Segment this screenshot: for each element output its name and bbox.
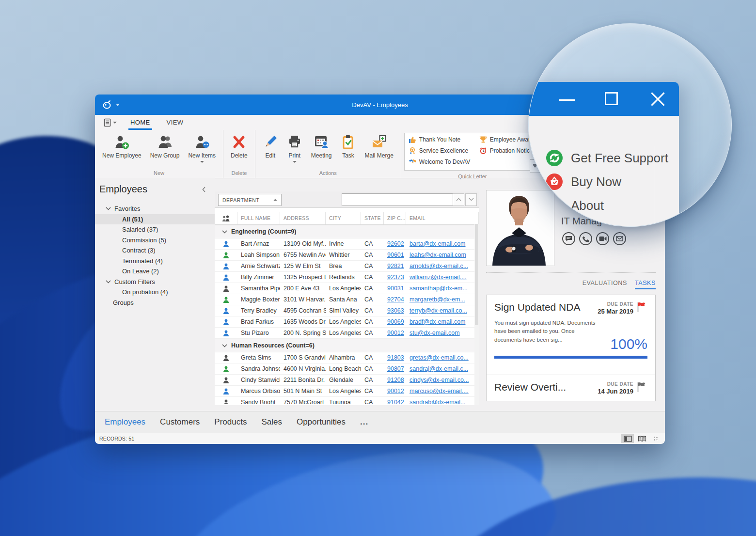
ribbon-button-task[interactable]: Task (336, 132, 360, 159)
scrollbar-thumb[interactable] (475, 224, 478, 325)
email-cell[interactable]: sandraj@dx-email.c... (410, 365, 468, 372)
email-cell[interactable]: arnolds@dx-email.c... (410, 263, 468, 269)
sidebar-item-on-leave-2[interactable]: On Leave (2) (95, 266, 215, 277)
table-row[interactable]: Samantha Piper200 E Ave 43Los AngelesCA9… (215, 283, 479, 294)
quick-letter-employee-award[interactable]: Employee Award (479, 136, 530, 143)
minimize-button[interactable] (559, 99, 575, 101)
sidebar-item-all-51[interactable]: All (51) (95, 214, 215, 225)
zip-cell[interactable]: 91042 (387, 399, 404, 404)
group-by-department-button[interactable]: DEPARTMENT (218, 194, 282, 206)
table-row[interactable]: Brad Farkus1635 Woods Dr...Los AngelesCA… (215, 316, 479, 328)
column-header-email[interactable]: EMAIL (406, 212, 479, 224)
table-row[interactable]: Leah Simpson6755 Newlin AveWhittierCA906… (215, 250, 479, 261)
sidebar-item-on-probation-4[interactable]: On probation (4) (95, 287, 215, 298)
zip-cell[interactable]: 92821 (387, 263, 404, 269)
zip-cell[interactable]: 90031 (387, 285, 404, 292)
group-row-engineering-count-9[interactable]: Engineering (Count=9) (215, 225, 479, 238)
zip-cell[interactable]: 91208 (387, 377, 404, 383)
ribbon-button-mail-merge[interactable]: Mail Merge (360, 132, 397, 159)
sidebar-item-terminated-4[interactable]: Terminated (4) (95, 256, 215, 267)
email-cell[interactable]: gretas@dx-email.co... (410, 354, 469, 361)
table-row[interactable]: Cindy Stanwick2211 Bonita Dr.GlendaleCA9… (215, 375, 479, 386)
table-row[interactable]: Sandra Johnson4600 N Virginia...Long Bea… (215, 363, 479, 375)
zip-cell[interactable]: 92373 (387, 274, 404, 281)
module-nav-customers[interactable]: Customers (160, 417, 200, 427)
table-row[interactable]: Stu Pizaro200 N. Spring StLos AngelesCA9… (215, 328, 479, 339)
quick-letter-probation-notice[interactable]: Probation Notice (479, 147, 530, 155)
magnified-menu-item-buy-now[interactable]: Buy Now (546, 173, 621, 190)
search-previous-button[interactable] (453, 193, 464, 206)
sidebar-item-favorites[interactable]: Favorites (95, 204, 215, 214)
table-row[interactable]: Maggie Boxter3101 W Harvar...Santa AnaCA… (215, 294, 479, 305)
group-row-human-resources-count-6[interactable]: Human Resources (Count=6) (215, 339, 479, 352)
task-card-sign-updated-nda[interactable]: Sign Updated NDADUE DATE25 Mar 2019You m… (487, 295, 655, 369)
sidebar-item-salaried-37[interactable]: Salaried (37) (95, 224, 215, 235)
email-cell[interactable]: bradf@dx-email.com (410, 318, 466, 325)
column-header-zip-c[interactable]: ZIP C... (384, 212, 406, 224)
tab-evaluations[interactable]: EVALUATIONS (583, 280, 627, 289)
column-header-state[interactable]: STATE (361, 212, 384, 224)
contact-chat-button[interactable] (562, 232, 575, 245)
ribbon-button-new-employee[interactable]: New Employee (98, 132, 146, 159)
quick-letter-welcome-to-devav[interactable]: Welcome To DevAV (409, 158, 479, 166)
module-nav-employees[interactable]: Employees (105, 417, 145, 427)
zip-cell[interactable]: 92602 (387, 240, 404, 247)
table-row[interactable]: Terry Bradley4595 Cochran StSimi ValleyC… (215, 305, 479, 316)
maximize-button[interactable] (605, 92, 618, 105)
module-nav-products[interactable]: Products (214, 417, 247, 427)
tab-tasks[interactable]: TASKS (635, 280, 656, 289)
zip-cell[interactable]: 92704 (387, 296, 404, 303)
contact-video-button[interactable] (596, 232, 609, 245)
zip-cell[interactable]: 90601 (387, 252, 404, 258)
ribbon-button-print[interactable]: Print (283, 132, 307, 163)
email-cell[interactable]: cindys@dx-email.co... (410, 377, 469, 383)
column-header-full-name[interactable]: FULL NAME (237, 212, 280, 224)
email-cell[interactable]: barta@dx-email.com (410, 240, 466, 247)
email-cell[interactable]: sandrab@dx-email... (410, 399, 466, 404)
ribbon-tab-view[interactable]: VIEW (167, 115, 184, 130)
quick-letter-service-excellence[interactable]: Service Excellence (409, 147, 479, 155)
app-menu-button[interactable] (104, 118, 117, 127)
column-header-rowicon[interactable] (215, 212, 237, 224)
sidebar-item-commission-5[interactable]: Commission (5) (95, 235, 215, 246)
table-row[interactable]: Greta Sims1700 S Grandvi...AlhambraCA918… (215, 352, 479, 363)
table-row[interactable]: Billy Zimmer1325 Prospect DrRedlandsCA92… (215, 272, 479, 283)
ribbon-button-new-items[interactable]: New Items (184, 132, 220, 163)
contact-mail-button[interactable] (613, 232, 626, 245)
email-cell[interactable]: williamz@dx-email.... (410, 274, 467, 281)
table-row[interactable]: Marcus Orbison501 N Main StLos AngelesCA… (215, 386, 479, 397)
search-input[interactable] (342, 193, 454, 206)
ribbon-button-delete[interactable]: Delete (226, 132, 252, 159)
task-card-review-overti[interactable]: Review Overti...DUE DATE14 Jun 2019Brett… (487, 375, 655, 401)
ribbon-tab-home[interactable]: HOME (130, 115, 150, 130)
module-nav-sales[interactable]: Sales (261, 417, 282, 427)
search-next-button[interactable] (465, 193, 477, 206)
magnified-menu-item-get-free-support[interactable]: Get Free Support (546, 149, 668, 167)
ribbon-button-new-group[interactable]: New Group (146, 132, 184, 159)
email-cell[interactable]: leahs@dx-email.com (410, 252, 466, 258)
sidebar-item-custom-filters[interactable]: Custom Filters (95, 277, 215, 287)
zip-cell[interactable]: 90012 (387, 388, 404, 394)
zip-cell[interactable]: 91803 (387, 354, 404, 361)
table-row[interactable]: Arnie Schwartz125 W Elm StBreaCA92821arn… (215, 261, 479, 272)
zip-cell[interactable]: 90069 (387, 318, 404, 325)
collapse-pane-icon[interactable] (202, 186, 206, 193)
column-header-address[interactable]: ADDRESS (280, 212, 326, 224)
close-button[interactable] (649, 90, 667, 108)
table-row[interactable]: Bart Arnaz13109 Old Myf...IrvineCA92602b… (215, 238, 479, 250)
zip-cell[interactable]: 90807 (387, 365, 404, 372)
email-cell[interactable]: stu@dx-email.com (410, 330, 460, 336)
email-cell[interactable]: terryb@dx-email.co... (410, 307, 467, 314)
reading-view-toggle[interactable] (636, 434, 648, 443)
email-cell[interactable]: marcuso@dx-email.... (410, 388, 469, 394)
email-cell[interactable]: samanthap@dx-em... (410, 285, 468, 292)
contact-phone-button[interactable] (579, 232, 592, 245)
email-cell[interactable]: margaretb@dx-em... (410, 296, 465, 303)
zip-cell[interactable]: 90012 (387, 330, 404, 336)
ribbon-button-edit[interactable]: Edit (258, 132, 283, 159)
sidebar-item-groups[interactable]: Groups (95, 298, 215, 308)
quick-letter-thank-you-note[interactable]: Thank You Note (409, 136, 479, 143)
sidebar-item-contract-3[interactable]: Contract (3) (95, 245, 215, 256)
table-row[interactable]: Sandy Bright7570 McGroartTujungaCA91042s… (215, 397, 479, 404)
grid-vertical-scrollbar[interactable] (474, 224, 479, 405)
